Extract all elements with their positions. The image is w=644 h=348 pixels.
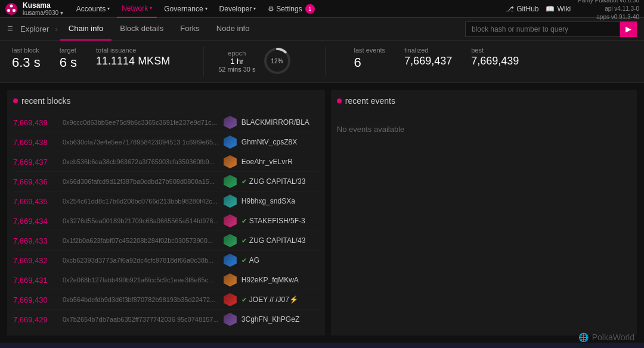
validator-name: BLACKMIRROR/BLA — [242, 118, 319, 127]
verified-icon: ✔ — [242, 178, 247, 186]
stat-target: target 6 s — [60, 47, 77, 70]
table-row: 7,669,437 0xeb536b6ea38cb963672a3f765903… — [13, 152, 319, 172]
validator-icon — [224, 273, 237, 287]
blocks-list: 7,669,439 0x9ccc0d63bb5ee75d9b6c3365c369… — [13, 113, 319, 329]
recent-events-panel: recent events No events available — [331, 90, 637, 335]
table-row: 7,669,432 0xcb62393d3773a7f6a92dc4cfc978… — [13, 251, 319, 270]
watermark-icon: 🌐 — [578, 332, 589, 342]
recent-blocks-title: recent blocks — [13, 96, 319, 108]
validator-name: ✔ ZUG CAPITAL/33 — [242, 177, 319, 186]
verified-icon: ✔ — [242, 296, 247, 304]
block-hash: 0xcb62393d3773a7f6a92dc4cfc97818df66a0c3… — [63, 257, 219, 264]
table-row: 7,669,438 0xb630cfa73e4e5ee7178958423094… — [13, 133, 319, 152]
nav-developer[interactable]: Developer ▾ — [215, 0, 261, 18]
validator-name: ✔ AG — [242, 256, 319, 264]
block-number[interactable]: 7,669,432 — [13, 256, 58, 265]
validator-icon — [224, 234, 237, 247]
block-number[interactable]: 7,669,431 — [13, 276, 58, 285]
nav-network[interactable]: Network ▾ — [117, 0, 157, 18]
stat-epoch: epoch 1 hr 52 mins 30 s 12% — [218, 47, 291, 75]
title-dot-icon — [13, 98, 18, 103]
block-number[interactable]: 7,669,438 — [13, 138, 58, 147]
home-link[interactable]: Explorer — [17, 24, 52, 33]
block-number[interactable]: 7,669,435 — [13, 197, 58, 206]
tab-node-info[interactable]: Node info — [208, 18, 258, 41]
stat-total-issuance: total issuance 11.1114 MKSM — [96, 47, 170, 67]
tab-chain-info[interactable]: Chain info — [60, 18, 112, 41]
version-info: Parity Polkadot v0.8.30 api v4.11.3-0 ap… — [578, 0, 639, 21]
svg-point-2 — [13, 9, 16, 12]
stat-last-events: last events 6 — [354, 47, 386, 70]
sub-nav: ☰ Explorer › Chain info Block details Fo… — [0, 18, 644, 41]
search-input[interactable] — [465, 21, 620, 37]
block-number[interactable]: 7,669,433 — [13, 236, 58, 245]
validator-icon — [224, 195, 237, 208]
validator-icon — [224, 116, 237, 129]
validator-name: ✔ STAKEFISH/5F-3 — [242, 217, 319, 225]
validator-icon — [224, 135, 237, 149]
settings-badge: 1 — [305, 4, 315, 14]
tab-forks[interactable]: Forks — [172, 18, 208, 41]
block-number[interactable]: 7,669,430 — [13, 295, 58, 304]
menu-icon: ☰ — [7, 25, 13, 33]
chevron-down-icon: ▾ — [107, 6, 110, 11]
nav-settings[interactable]: ⚙ Settings 1 — [263, 0, 319, 18]
validator-icon — [224, 175, 237, 188]
verified-icon: ✔ — [242, 237, 247, 245]
validator-icon — [224, 293, 237, 306]
chevron-down-icon: ▾ — [150, 5, 152, 11]
top-nav: Kusama kusama/9030 ▾ Accounts ▾ Network … — [0, 0, 644, 18]
no-events-message: No events available — [337, 113, 631, 146]
block-hash: 0x7b2654b7db7aab6352ff7377742036 95c0748… — [63, 316, 219, 323]
tab-block-details[interactable]: Block details — [112, 18, 172, 41]
table-row: 7,669,431 0x2e068b127fabb490b921a6fcc5c9… — [13, 270, 319, 290]
validator-name: H9bhxg_sndSXa — [242, 197, 319, 205]
svg-point-3 — [7, 9, 10, 12]
block-number[interactable]: 7,669,429 — [13, 315, 58, 324]
breadcrumb-chevron: › — [55, 24, 57, 33]
github-link[interactable]: ⎇ GitHub — [506, 5, 538, 13]
validator-name: H92eKP_fqMKwA — [242, 276, 319, 284]
brand-sub: kusama/9030 ▾ — [23, 10, 63, 16]
validator-name: 3CghFN_KhPGeZ — [242, 315, 319, 324]
block-number[interactable]: 7,669,437 — [13, 158, 58, 167]
validator-name: ✔ ZUG CAPITAL/43 — [242, 236, 319, 245]
table-row: 7,669,436 0x66d306fafcd9d12f387ba0cdbd27… — [13, 172, 319, 192]
table-row: 7,669,439 0x9ccc0d63bb5ee75d9b6c3365c369… — [13, 113, 319, 133]
validator-icon — [224, 214, 237, 227]
verified-icon: ✔ — [242, 217, 247, 225]
recent-blocks-panel: recent blocks 7,669,439 0x9ccc0d63bb5ee7… — [7, 90, 325, 335]
validator-icon — [224, 313, 237, 326]
wiki-link[interactable]: 📖 Wiki — [546, 5, 571, 13]
verified-icon: ✔ — [242, 257, 247, 264]
table-row: 7,669,429 0x7b2654b7db7aab6352ff73777420… — [13, 310, 319, 329]
stats-bar: last block 6.3 s target 6 s total issuan… — [0, 41, 644, 83]
nav-governance[interactable]: Governance ▾ — [159, 0, 212, 18]
stat-last-block: last block 6.3 s — [12, 47, 41, 70]
table-row: 7,669,435 0x254c61dd8c17b6d208bc0766d213… — [13, 192, 319, 211]
stat-finalized: finalized 7,669,437 — [404, 47, 452, 67]
watermark-label: PolkaWorld — [592, 332, 634, 342]
recent-events-title: recent events — [337, 96, 631, 108]
block-hash: 0x1f2b0a623fabf07c452208b284f02bc0305739… — [63, 237, 219, 244]
table-row: 7,669,430 0xb564bdefdb9d3d6f3bf870782b98… — [13, 290, 319, 310]
block-number[interactable]: 7,669,434 — [13, 217, 58, 226]
validator-name: ✔ JOEY // /J07⚡ — [242, 295, 319, 304]
search-button[interactable]: ▶ — [620, 21, 637, 37]
chevron-down-icon: ▾ — [205, 6, 208, 11]
validator-name: GhmNtV_cpsZ8X — [242, 138, 319, 146]
validator-icon — [224, 254, 237, 267]
block-hash: 0x9ccc0d63bb5ee75d9b6c3365c3691fe237e9d7… — [63, 119, 219, 126]
block-number[interactable]: 7,669,439 — [13, 118, 58, 127]
block-hash: 0x3276d55ea00189b21709c68a0665565a514fd9… — [63, 217, 219, 224]
block-hash: 0xb630cfa73e4e5ee7178958423094513 1c69f9… — [63, 138, 219, 146]
stat-best: best 7,669,439 — [471, 47, 519, 67]
block-hash: 0x2e068b127fabb490b921a6fcc5c9c1eee3f8e8… — [63, 276, 219, 284]
app-brand[interactable]: Kusama kusama/9030 ▾ — [23, 1, 63, 16]
svg-point-1 — [10, 4, 13, 7]
block-number[interactable]: 7,669,436 — [13, 177, 58, 186]
block-hash: 0xb564bdefdb9d3d6f3bf870782b98193b35d224… — [63, 296, 219, 303]
title-dot-icon — [337, 98, 342, 103]
app-logo — [5, 2, 18, 16]
nav-accounts[interactable]: Accounts ▾ — [72, 0, 114, 18]
